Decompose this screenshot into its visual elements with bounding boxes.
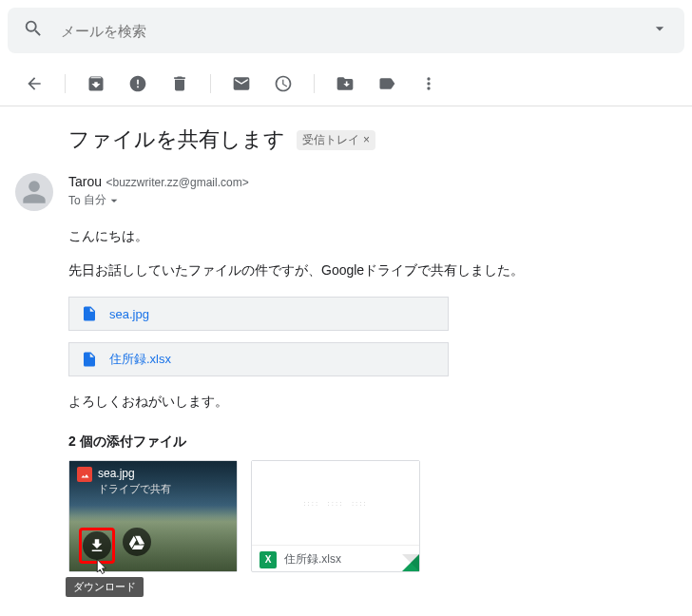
download-tooltip: ダウンロード	[66, 577, 144, 597]
attachment-name: sea.jpg	[98, 467, 171, 480]
more-button[interactable]	[410, 65, 448, 103]
avatar[interactable]	[15, 173, 53, 211]
search-icon	[23, 18, 44, 43]
download-button[interactable]	[83, 531, 111, 560]
drive-link-name: sea.jpg	[109, 307, 149, 321]
card-header: sea.jpg ドライブで共有	[77, 467, 229, 496]
save-to-drive-button[interactable]	[123, 528, 151, 556]
attachment-card-sea[interactable]: sea.jpg ドライブで共有	[68, 460, 238, 572]
body-line-1: 先日お話ししていたファイルの件ですが、Googleドライブで共有しました。	[68, 262, 677, 279]
sender-row: Tarou <buzzwriter.zz@gmail.com> To 自分	[15, 173, 677, 211]
chevron-down-icon	[106, 193, 122, 208]
remove-label-icon[interactable]: ×	[363, 133, 370, 146]
drive-link-sea[interactable]: sea.jpg	[68, 297, 449, 331]
toolbar	[0, 61, 692, 106]
drive-icon	[128, 533, 145, 550]
separator	[314, 74, 315, 93]
attachment-name: 住所録.xlsx	[284, 551, 341, 568]
label-text: 受信トレイ	[302, 132, 359, 148]
attachment-thumbnail: sea.jpg ドライブで共有	[69, 461, 237, 571]
search-bar	[8, 8, 684, 53]
snooze-button[interactable]	[264, 65, 302, 103]
attachments-title: 2 個の添付ファイル	[68, 433, 677, 451]
highlight-box	[79, 528, 115, 564]
attachment-footer: X 住所録.xlsx	[252, 545, 419, 573]
search-input[interactable]	[59, 22, 650, 40]
spam-button[interactable]	[119, 65, 157, 103]
subject-text: ファイルを共有します	[68, 125, 285, 154]
sender-email: <buzzwriter.zz@gmail.com>	[106, 176, 248, 189]
back-button[interactable]	[15, 65, 53, 103]
hover-actions	[79, 528, 151, 564]
inbox-label-chip[interactable]: 受信トレイ ×	[297, 130, 375, 150]
to-target: 自分	[84, 192, 106, 208]
separator	[65, 74, 66, 93]
sender-name: Tarou	[68, 174, 102, 189]
drive-file-icon	[81, 305, 98, 322]
label-button[interactable]	[368, 65, 406, 103]
attachments-row: sea.jpg ドライブで共有	[68, 460, 677, 572]
to-row[interactable]: To 自分	[68, 192, 677, 208]
mail-body: こんにちは。 先日お話ししていたファイルの件ですが、Googleドライブで共有し…	[68, 228, 677, 572]
separator	[210, 74, 211, 93]
archive-button[interactable]	[77, 65, 115, 103]
subject-row: ファイルを共有します 受信トレイ ×	[68, 125, 677, 154]
to-prefix: To	[68, 194, 81, 207]
download-icon	[88, 537, 106, 554]
attachment-sub: ドライブで共有	[98, 482, 171, 496]
mark-unread-button[interactable]	[222, 65, 260, 103]
search-dropdown-icon[interactable]	[650, 19, 669, 42]
delete-button[interactable]	[161, 65, 199, 103]
move-button[interactable]	[326, 65, 364, 103]
image-type-icon	[77, 467, 92, 482]
xlsx-type-icon: X	[260, 551, 277, 568]
body-closing: よろしくおねがいします。	[68, 394, 677, 411]
attachment-card-xlsx[interactable]: :::: :::: :::: X 住所録.xlsx	[251, 460, 420, 572]
body-greeting: こんにちは。	[68, 228, 677, 245]
attachment-thumbnail: :::: :::: ::::	[252, 461, 419, 545]
corner-fold-icon	[402, 554, 419, 571]
drive-link-addressbook[interactable]: 住所録.xlsx	[68, 342, 449, 376]
content-area: ファイルを共有します 受信トレイ × Tarou <buzzwriter.zz@…	[0, 106, 692, 591]
drive-link-name: 住所録.xlsx	[109, 351, 171, 368]
drive-file-icon	[81, 351, 98, 368]
sender-info: Tarou <buzzwriter.zz@gmail.com> To 自分	[68, 173, 677, 211]
